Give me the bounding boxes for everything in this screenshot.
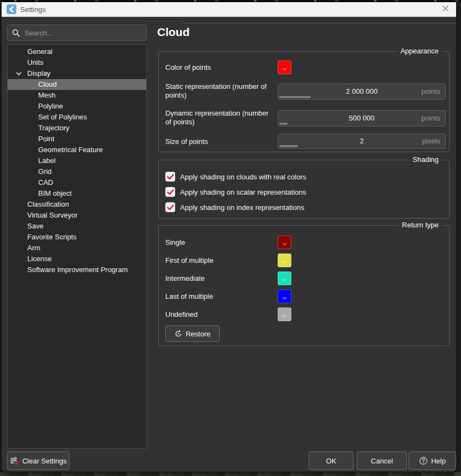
settings-tree: GeneralUnitsDisplayCloudMeshPolylineSet …: [7, 44, 147, 449]
sidebar-item-trajectory[interactable]: Trajectory: [8, 123, 146, 134]
shading-scalar-checkbox[interactable]: [165, 187, 175, 197]
sidebar-item-save[interactable]: Save: [8, 221, 146, 232]
restore-icon: [175, 330, 182, 338]
sidebar-item-grid[interactable]: Grid: [8, 166, 146, 177]
intermediate-color-swatch[interactable]: [278, 272, 291, 285]
clear-settings-button[interactable]: Clear Settings: [7, 451, 69, 470]
shading-group-title: Shading: [409, 155, 442, 164]
app-logo-icon: [7, 4, 16, 14]
size-of-points-label: Size of points: [165, 137, 274, 146]
sidebar-item-label: Point: [38, 135, 55, 143]
sidebar-item-arm[interactable]: Arm: [8, 243, 146, 254]
close-button[interactable]: [439, 3, 451, 15]
sidebar-item-geometrical-feature[interactable]: Geometrical Feature: [8, 144, 146, 155]
shading-index-label: Apply shading on index representations: [180, 203, 304, 212]
sidebar-item-label: Favorite Scripts: [27, 233, 76, 241]
sidebar-item-label: Label: [38, 156, 56, 165]
first-of-multiple-color-swatch[interactable]: [278, 254, 291, 267]
sidebar-item-display[interactable]: Display: [8, 68, 146, 79]
color-of-points-swatch[interactable]: [278, 61, 291, 74]
sidebar-item-license[interactable]: License: [8, 254, 146, 264]
sidebar-item-virtual-surveyor[interactable]: Virtual Surveyor: [8, 210, 146, 221]
single-color-swatch[interactable]: [278, 236, 291, 249]
sidebar-item-label: Geometrical Feature: [38, 146, 103, 154]
sidebar-item-mesh[interactable]: Mesh: [8, 90, 146, 101]
chevron-down-icon: [283, 67, 286, 70]
settings-dialog: Settings GeneralUnitsDisplayCloudMeshPol…: [1, 2, 457, 472]
ok-label: OK: [326, 457, 337, 465]
dynamic-representation-label: Dynamic representation (number of points…: [165, 109, 274, 126]
restore-button[interactable]: Restore: [165, 326, 220, 342]
sidebar-item-label: License: [27, 255, 52, 263]
sidebar-item-label: Software Improvement Program: [27, 266, 128, 274]
shading-real-colors-label: Apply shading on clouds with real colors: [180, 173, 306, 181]
undefined-color-swatch[interactable]: [278, 308, 291, 321]
dynamic-representation-input[interactable]: 500 000 points: [278, 110, 446, 126]
sidebar-item-label[interactable]: Label: [8, 155, 146, 166]
last-of-multiple-color-swatch[interactable]: [278, 290, 291, 303]
sidebar-item-general[interactable]: General: [8, 46, 146, 57]
sidebar-item-label: Mesh: [38, 91, 56, 99]
slider-fill: [279, 145, 298, 147]
undefined-label: Undefined: [165, 310, 274, 319]
search-input[interactable]: [25, 29, 142, 37]
chevron-down-icon: [283, 296, 286, 299]
size-of-points-unit: pixels: [422, 134, 440, 147]
sidebar-item-units[interactable]: Units: [8, 57, 146, 68]
shading-index-row: Apply shading on index representations: [165, 202, 304, 212]
cancel-label: Cancel: [371, 457, 393, 465]
checkmark-icon: [167, 174, 174, 180]
sidebar-item-favorite-scripts[interactable]: Favorite Scripts: [8, 232, 146, 243]
sidebar-item-bim-object[interactable]: BIM object: [8, 188, 146, 199]
search-box: [7, 25, 147, 41]
size-of-points-input[interactable]: 2 pixels: [278, 134, 446, 149]
restore-label: Restore: [185, 330, 211, 338]
chevron-down-icon: [283, 278, 286, 281]
sidebar-item-label: Display: [27, 69, 51, 77]
sidebar-item-label: Cloud: [38, 80, 57, 88]
static-representation-input[interactable]: 2 000 000 points: [278, 83, 446, 100]
sidebar-item-cloud[interactable]: Cloud: [8, 79, 146, 90]
chevron-down-icon: [283, 260, 286, 263]
sidebar-item-point[interactable]: Point: [8, 134, 146, 144]
page-title: Cloud: [157, 26, 189, 39]
sidebar-item-label: Classification: [27, 200, 69, 208]
content-top-divider: [182, 23, 457, 23]
ok-button[interactable]: OK: [309, 451, 354, 470]
help-icon: [419, 456, 428, 465]
sidebar-item-label: Polyline: [38, 102, 63, 110]
sidebar-item-label: Arm: [27, 244, 40, 252]
window-title: Settings: [20, 5, 46, 14]
shading-scalar-row: Apply shading on scalar representations: [165, 187, 306, 197]
help-label: Help: [431, 457, 446, 465]
cancel-button[interactable]: Cancel: [357, 451, 407, 470]
shading-index-checkbox[interactable]: [165, 202, 175, 212]
dynamic-representation-unit: points: [421, 111, 440, 125]
return-type-group-title: Return type: [399, 221, 442, 229]
shading-group: Shading Apply shading on clouds with rea…: [158, 160, 450, 219]
clear-settings-label: Clear Settings: [22, 457, 67, 465]
return-type-group: Return type Single First of multiple Int…: [158, 225, 450, 346]
shading-scalar-label: Apply shading on scalar representations: [180, 188, 306, 196]
dynamic-representation-value: 500 000: [278, 111, 445, 125]
intermediate-label: Intermediate: [165, 274, 274, 283]
shading-real-colors-row: Apply shading on clouds with real colors: [165, 172, 306, 182]
search-icon: [12, 29, 20, 37]
sidebar-item-classification[interactable]: Classification: [8, 199, 146, 210]
close-icon: [442, 5, 449, 14]
sidebar-item-set-of-polylines[interactable]: Set of Polylines: [8, 112, 146, 123]
sidebar-item-software-improvement-program[interactable]: Software Improvement Program: [8, 264, 146, 275]
sidebar-item-cad[interactable]: CAD: [8, 177, 146, 188]
static-representation-unit: points: [421, 84, 440, 98]
sidebar-item-label: BIM object: [38, 189, 71, 197]
color-of-points-label: Color of points: [165, 63, 274, 72]
static-representation-label: Static representation (number of points): [165, 82, 274, 100]
sidebar-item-polyline[interactable]: Polyline: [8, 101, 146, 112]
slider-fill: [279, 123, 288, 125]
shading-real-colors-checkbox[interactable]: [165, 172, 175, 182]
appearance-group: Appearance Color of points Static repres…: [158, 51, 450, 152]
chevron-down-icon[interactable]: [16, 70, 22, 76]
sidebar-item-label: CAD: [38, 178, 53, 186]
help-button[interactable]: Help: [409, 451, 456, 470]
sidebar-item-label: Trajectory: [38, 124, 69, 132]
